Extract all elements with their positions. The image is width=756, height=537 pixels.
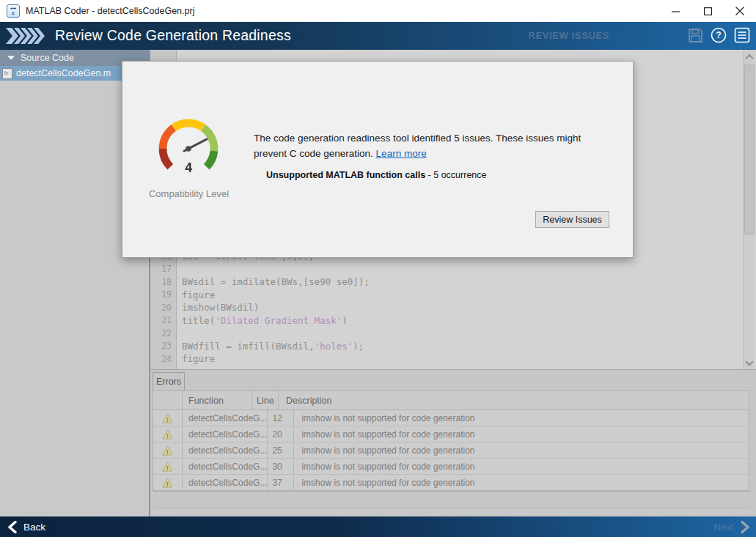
maximize-icon [704, 7, 712, 15]
help-icon[interactable]: ? [711, 27, 727, 43]
code-line: 17 [150, 263, 722, 276]
issue-count: - 5 occurrence [425, 170, 486, 180]
svg-text:!: ! [166, 415, 169, 423]
matlab-coder-window: ++c MATLAB Coder - detectCellsCodeGen.pr… [0, 0, 756, 537]
review-issues-button[interactable]: Review Issues [535, 211, 609, 228]
function-column-header: Function [183, 391, 252, 410]
errors-table: Function Line Description !detectCellsCo… [153, 390, 749, 492]
svg-text:!: ! [166, 480, 169, 487]
message-line2: prevent C code generation. [254, 148, 376, 159]
gauge-label: Compatibility Level [136, 188, 242, 199]
description-column-header: Description [279, 396, 749, 406]
svg-text:?: ? [716, 30, 721, 40]
next-button[interactable]: Next [713, 521, 750, 533]
issue-title: Unsupported MATLAB function calls [266, 170, 425, 180]
issue-summary: Unsupported MATLAB function calls - 5 oc… [266, 170, 487, 180]
code-line: 21title('Dilated Gradient Mask') [150, 314, 722, 327]
readiness-dialog: 4 Compatibility Level The code generatio… [122, 61, 634, 258]
code-text: imshow(BWsdil) [177, 302, 259, 313]
review-issues-step-label[interactable]: REVIEW ISSUES [529, 30, 609, 41]
compatibility-gauge: 4 [152, 112, 225, 185]
errors-table-body: !detectCellsCodeG...12imshow is not supp… [153, 410, 749, 491]
window-controls [659, 0, 756, 22]
warning-icon: ! [153, 475, 183, 490]
scroll-up-button[interactable] [744, 51, 755, 63]
code-line: 19figure [150, 289, 722, 302]
warning-icon: ! [153, 410, 183, 426]
line-cell: 30 [268, 459, 294, 474]
scroll-down-button[interactable] [744, 357, 755, 369]
svg-text:!: ! [166, 432, 169, 439]
warning-icon: ! [153, 426, 183, 442]
back-button[interactable]: Back [7, 521, 45, 533]
warning-icon: ! [153, 459, 183, 474]
gauge-value: 4 [185, 160, 192, 175]
gauge-hub [186, 146, 191, 152]
maximize-button[interactable] [691, 0, 724, 22]
table-row[interactable]: !detectCellsCodeG...37imshow is not supp… [153, 475, 749, 491]
table-row[interactable]: !detectCellsCodeG...12imshow is not supp… [153, 410, 749, 426]
app-header: Review Code Generation Readiness REVIEW … [0, 22, 756, 50]
chevron-left-icon [7, 521, 17, 533]
footer-nav: Back Next [0, 516, 756, 537]
back-label: Back [23, 522, 45, 533]
errors-table-header: Function Line Description [153, 391, 749, 410]
function-cell: detectCellsCodeG... [183, 410, 268, 426]
gauge-segment-darkred [163, 149, 170, 167]
code-line: 20imshow(BWsdil) [150, 301, 722, 314]
description-cell: imshow is not supported for code generat… [294, 478, 749, 488]
minimize-button[interactable] [659, 0, 691, 22]
description-cell: imshow is not supported for code generat… [294, 445, 749, 456]
line-number: 22 [150, 328, 177, 338]
line-number: 21 [150, 315, 177, 325]
matlab-coder-app-icon: ++c [7, 4, 20, 18]
function-cell: detectCellsCodeG... [183, 459, 268, 474]
window-title: MATLAB Coder - detectCellsCodeGen.prj [26, 6, 194, 16]
table-row[interactable]: !detectCellsCodeG...25imshow is not supp… [153, 442, 749, 459]
matlab-file-icon [2, 68, 12, 79]
gauge-segment-orange [163, 127, 174, 149]
code-text: BWsdil = imdilate(BWs,[se90 se0]); [177, 276, 370, 287]
code-line: 23BWdfill = imfill(BWsdil,'holes'); [150, 340, 722, 353]
title-bar: ++c MATLAB Coder - detectCellsCodeGen.pr… [0, 0, 756, 22]
table-row[interactable]: !detectCellsCodeG...20imshow is not supp… [153, 426, 749, 442]
description-cell: imshow is not supported for code generat… [294, 413, 749, 423]
save-icon[interactable] [688, 28, 703, 43]
tab-errors[interactable]: Errors [153, 372, 185, 390]
severity-column-header [153, 391, 183, 410]
line-number: 24 [150, 354, 177, 364]
page-title: Review Code Generation Readiness [55, 27, 291, 44]
code-text: BWdfill = imfill(BWsdil,'holes'); [177, 341, 364, 352]
chevrons-logo-icon [6, 28, 45, 44]
collapse-triangle-icon [7, 56, 15, 60]
line-number: 20 [150, 303, 177, 313]
function-cell: detectCellsCodeG... [183, 475, 268, 490]
code-text: figure [177, 289, 215, 300]
warning-icon: ! [153, 442, 183, 458]
code-text: title('Dilated Gradient Mask') [177, 315, 348, 326]
line-number: 17 [150, 264, 177, 274]
table-row[interactable]: !detectCellsCodeG...30imshow is not supp… [153, 459, 749, 475]
next-label: Next [713, 522, 734, 533]
errors-horizontal-scrollbar[interactable] [153, 508, 749, 515]
errors-panel: Errors Function Line Description !detect… [150, 370, 756, 516]
gauge-icon: 4 [152, 112, 225, 185]
learn-more-link[interactable]: Learn more [376, 148, 427, 159]
svg-text:!: ! [166, 448, 169, 455]
line-column-header: Line [252, 391, 279, 410]
close-button[interactable] [724, 0, 756, 22]
line-cell: 20 [268, 426, 294, 442]
scrollbar-thumb[interactable] [744, 64, 755, 234]
line-number: 18 [150, 277, 177, 287]
code-scrollbar[interactable] [743, 50, 755, 370]
function-cell: detectCellsCodeG... [183, 426, 268, 442]
chevron-up-icon [745, 54, 753, 62]
file-name-label: detectCellsCodeGen.m [16, 68, 111, 78]
menu-icon[interactable] [734, 27, 750, 43]
svg-text:!: ! [166, 464, 169, 471]
message-line1: The code generation readiness tool ident… [254, 133, 581, 144]
dialog-message: The code generation readiness tool ident… [254, 130, 613, 161]
line-number: 23 [150, 341, 177, 351]
gauge-segment-yellow [174, 123, 203, 127]
code-text: figure [177, 353, 215, 364]
